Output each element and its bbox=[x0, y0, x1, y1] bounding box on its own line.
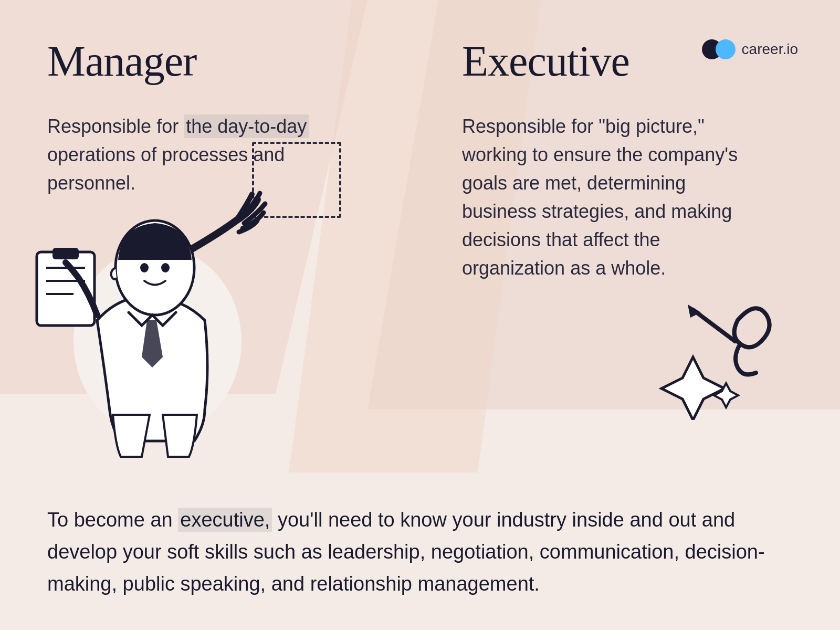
right-panel: Executive career.io Responsible for "big… bbox=[420, 0, 840, 472]
manager-title: Manager bbox=[47, 37, 378, 86]
content-top: Manager Responsible for the day-to-day o… bbox=[0, 0, 840, 472]
manager-person-illustration bbox=[16, 158, 289, 462]
executive-highlight: executive, bbox=[178, 508, 272, 532]
executive-sparkle-illustration bbox=[640, 289, 788, 420]
manager-highlight: the day-to-day bbox=[184, 114, 309, 138]
logo-circles bbox=[702, 39, 736, 59]
svg-point-8 bbox=[161, 263, 170, 272]
main-container: Manager Responsible for the day-to-day o… bbox=[0, 0, 840, 630]
logo-text: career.io bbox=[742, 41, 798, 58]
manager-svg bbox=[16, 158, 289, 462]
svg-point-7 bbox=[140, 263, 149, 272]
sparkle-svg bbox=[640, 289, 788, 420]
logo-container: career.io bbox=[702, 39, 798, 59]
executive-description: Responsible for "big picture," working t… bbox=[462, 112, 756, 282]
logo-circle-blue bbox=[716, 39, 736, 59]
bottom-section: To become an executive, you'll need to k… bbox=[0, 472, 840, 630]
left-panel: Manager Responsible for the day-to-day o… bbox=[0, 0, 420, 472]
bottom-text: To become an executive, you'll need to k… bbox=[47, 504, 772, 600]
svg-rect-5 bbox=[52, 248, 79, 259]
